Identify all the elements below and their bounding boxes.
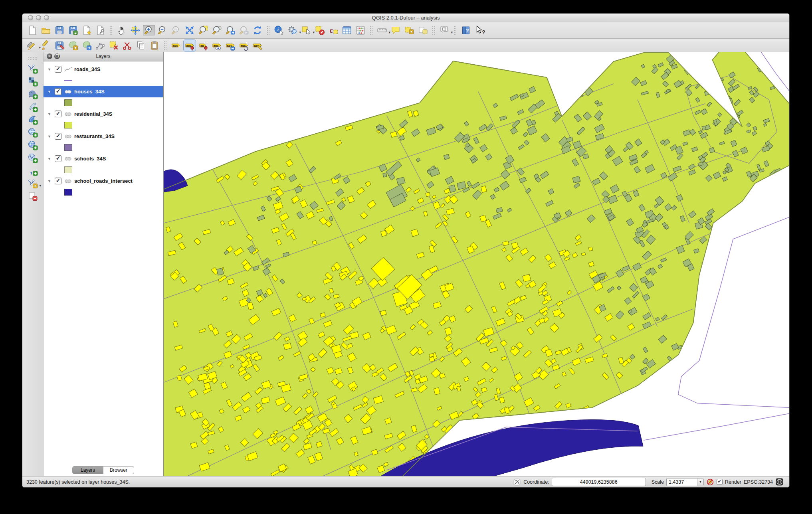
expand-triangle-icon[interactable]: ▼ xyxy=(48,112,52,116)
toolbar-grip[interactable] xyxy=(164,41,167,50)
layer-visibility-checkbox[interactable]: ✓ xyxy=(55,178,61,184)
add-spatialite-layer-button[interactable] xyxy=(27,101,39,113)
layer-item-school_roads_intersect[interactable]: ▼✓school_roads_intersect xyxy=(44,175,163,187)
add-raster-layer-button[interactable] xyxy=(27,76,39,87)
toolbar-grip[interactable] xyxy=(267,26,270,35)
scale-combobox[interactable]: 1:4337 ▼ xyxy=(666,478,704,486)
select-features-button[interactable]: ▾ xyxy=(300,25,312,36)
pin-labels-button[interactable]: abc xyxy=(184,40,196,51)
new-shapefile-layer-button[interactable]: ▾ xyxy=(27,178,39,189)
add-wms-layer-button[interactable] xyxy=(27,140,39,151)
zoom-in-button[interactable] xyxy=(143,25,155,36)
coordinate-capture-icon[interactable] xyxy=(513,478,521,486)
map-svg[interactable] xyxy=(164,52,789,476)
coordinate-input[interactable] xyxy=(552,478,646,486)
zoom-to-layer-button[interactable] xyxy=(211,25,223,36)
panel-tab-browser[interactable]: Browser xyxy=(103,466,134,474)
layer-item-houses_34S[interactable]: ▼✓houses_34S xyxy=(44,86,163,97)
save-project-as-button[interactable] xyxy=(67,25,79,36)
zoom-next-button[interactable] xyxy=(238,25,250,36)
layer-label[interactable]: roads_34S xyxy=(74,66,101,72)
toolbar-grip[interactable] xyxy=(454,26,457,35)
layer-visibility-checkbox[interactable]: ✓ xyxy=(55,66,61,73)
layer-visibility-checkbox[interactable]: ✓ xyxy=(55,155,61,162)
rotate-label-button[interactable]: abc xyxy=(238,40,250,51)
composer-manager-button[interactable] xyxy=(94,25,106,36)
change-label-properties-button[interactable]: abc xyxy=(252,40,263,51)
show-hide-labels-button[interactable]: abc xyxy=(211,40,223,51)
map-canvas[interactable] xyxy=(163,52,789,476)
toolbar-grip[interactable] xyxy=(432,26,435,35)
expand-triangle-icon[interactable]: ▼ xyxy=(48,157,52,161)
new-project-button[interactable] xyxy=(26,25,38,36)
panel-tab-layers[interactable]: Layers xyxy=(72,466,103,474)
add-wfs-layer-button[interactable] xyxy=(27,152,39,164)
current-edits-button[interactable]: ▾ xyxy=(26,40,38,51)
deselect-features-button[interactable] xyxy=(314,25,326,36)
pan-to-selection-button[interactable] xyxy=(129,25,141,36)
measure-line-button[interactable]: ▾ xyxy=(376,25,388,36)
layer-labeling-options-button[interactable]: abc xyxy=(170,40,182,51)
paste-features-button[interactable] xyxy=(149,40,160,51)
add-delimited-text-layer-button[interactable]: , xyxy=(27,165,39,176)
layer-label[interactable]: schools_34S xyxy=(74,156,106,162)
expand-triangle-icon[interactable]: ▼ xyxy=(48,134,52,138)
new-print-composer-button[interactable] xyxy=(81,25,93,36)
run-feature-action-button[interactable]: ▾ xyxy=(287,25,299,36)
refresh-map-button[interactable] xyxy=(252,25,263,36)
title-bar[interactable]: QGIS 2.0.1-Dufour – analysis xyxy=(22,14,789,23)
scale-dropdown-icon[interactable]: ▼ xyxy=(697,478,703,486)
pan-map-button[interactable] xyxy=(116,25,128,36)
zoom-full-button[interactable] xyxy=(184,25,196,36)
open-project-button[interactable] xyxy=(40,25,52,36)
dropdown-arrow-icon[interactable]: ▾ xyxy=(39,184,41,188)
expand-triangle-icon[interactable]: ▼ xyxy=(48,179,52,183)
show-bookmarks-button[interactable] xyxy=(417,25,429,36)
layer-item-residential_34S[interactable]: ▼✓residential_34S xyxy=(44,108,163,120)
move-feature-button[interactable] xyxy=(81,40,93,51)
delete-selected-button[interactable] xyxy=(108,40,120,51)
add-feature-button[interactable] xyxy=(67,40,79,51)
zoom-out-button[interactable] xyxy=(156,25,168,36)
zoom-last-button[interactable] xyxy=(224,25,236,36)
expand-triangle-icon[interactable]: ▼ xyxy=(48,67,52,71)
render-checkbox[interactable]: ✓ xyxy=(717,479,723,485)
toggle-editing-button[interactable] xyxy=(40,40,52,51)
open-attribute-table-button[interactable] xyxy=(341,25,353,36)
save-layer-edits-button[interactable] xyxy=(53,40,65,51)
stop-render-icon[interactable] xyxy=(706,478,714,486)
add-oracle-layer-button[interactable] xyxy=(27,127,39,138)
field-calculator-button[interactable] xyxy=(355,25,366,36)
layer-visibility-checkbox[interactable]: ✓ xyxy=(55,88,61,95)
remove-layer-button[interactable] xyxy=(27,191,39,202)
crs-status-icon[interactable] xyxy=(775,478,784,486)
text-annotation-button[interactable]: T▾ xyxy=(438,25,450,36)
cut-features-button[interactable] xyxy=(121,40,133,51)
toolbar-grip[interactable] xyxy=(370,26,373,35)
layer-label[interactable]: school_roads_intersect xyxy=(74,178,133,184)
move-label-button[interactable]: abc xyxy=(224,40,236,51)
layer-item-restaurants_34S[interactable]: ▼✓restaurants_34S xyxy=(44,130,163,142)
expand-triangle-icon[interactable]: ▼ xyxy=(48,90,52,94)
add-mssql-layer-button[interactable] xyxy=(27,114,39,125)
node-tool-button[interactable] xyxy=(94,40,106,51)
zoom-native-button[interactable]: 1:1 xyxy=(170,25,182,36)
zoom-to-selection-button[interactable] xyxy=(197,25,209,36)
save-project-button[interactable] xyxy=(53,25,65,36)
layer-visibility-checkbox[interactable]: ✓ xyxy=(55,133,61,140)
layer-item-roads_34S[interactable]: ▼✓roads_34S xyxy=(44,63,163,75)
dropdown-arrow-icon[interactable]: ▾ xyxy=(451,30,453,34)
select-by-expression-button[interactable]: ε xyxy=(327,25,339,36)
toolbar-grip[interactable] xyxy=(109,26,113,35)
identify-features-button[interactable]: i xyxy=(273,25,285,36)
add-postgis-layer-button[interactable] xyxy=(27,89,39,100)
map-tips-button[interactable] xyxy=(390,25,402,36)
help-contents-button[interactable]: ? xyxy=(460,25,472,36)
layer-label[interactable]: houses_34S xyxy=(74,89,105,95)
copy-features-button[interactable] xyxy=(135,40,147,51)
toolbar-grip[interactable] xyxy=(28,57,38,60)
layer-label[interactable]: restaurants_34S xyxy=(74,133,115,139)
whats-this-button[interactable]: ? xyxy=(473,25,485,36)
layer-label[interactable]: residential_34S xyxy=(74,111,112,117)
layer-visibility-checkbox[interactable]: ✓ xyxy=(55,111,61,117)
